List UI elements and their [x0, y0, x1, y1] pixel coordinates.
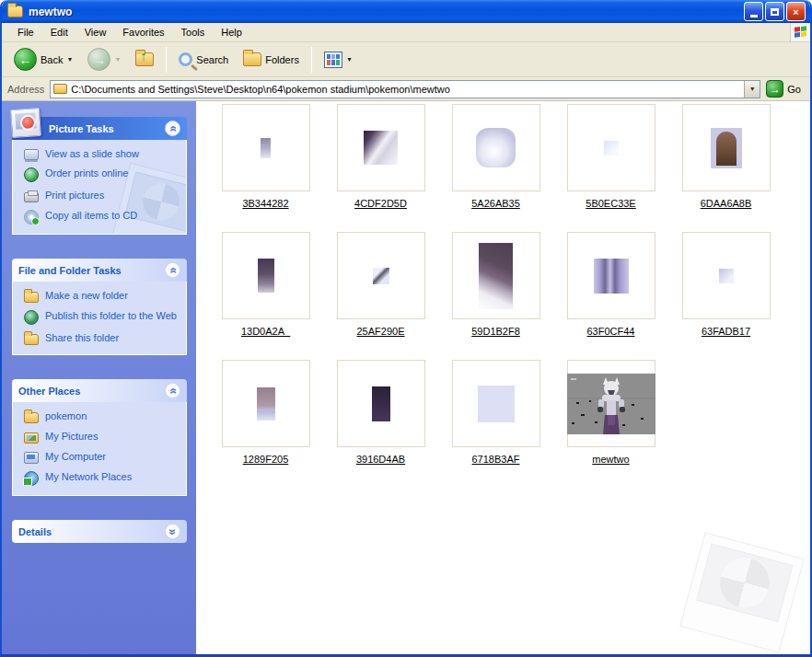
collapse-chevron-icon[interactable]: »: [165, 262, 180, 278]
task-link[interactable]: My Network Places: [24, 471, 182, 486]
thumbnail-image: [604, 141, 619, 156]
titlebar[interactable]: mewtwo ×: [2, 0, 810, 23]
thumbnail-image: [364, 131, 398, 165]
menu-favorites[interactable]: Favorites: [114, 24, 172, 40]
menubar: File Edit View Favorites Tools Help: [2, 23, 810, 42]
panel-title: File and Folder Tasks: [18, 265, 122, 276]
task-link[interactable]: Make a new folder: [24, 290, 182, 303]
forward-icon: →: [87, 48, 110, 71]
thumbnail-image: [479, 243, 513, 309]
window-title: mewtwo: [29, 6, 742, 18]
folder-icon: [53, 84, 67, 94]
minimize-button[interactable]: [744, 2, 763, 21]
file-grid: 3B344282 4CDF2D5D 5A26AB35 5B0EC33E 6DAA…: [196, 101, 810, 488]
toolbar-separator: [311, 47, 312, 73]
thumbnail-frame: [337, 232, 425, 319]
panel-header-file-folder-tasks[interactable]: File and Folder Tasks »: [12, 259, 187, 282]
thumbnail-image: [567, 374, 655, 434]
address-input[interactable]: C:\Documents and Settings\Steve\Desktop\…: [50, 80, 760, 98]
address-dropdown-icon[interactable]: ▼: [744, 81, 760, 98]
file-name: 5A26AB35: [471, 198, 520, 209]
file-item[interactable]: 1289F205: [208, 360, 323, 488]
file-name: 5B0EC33E: [586, 198, 635, 209]
thumbnail-frame: [452, 104, 540, 191]
panel-picture-tasks: Picture Tasks » View as a slide show Ord…: [12, 117, 187, 235]
windows-logo-icon: [790, 23, 810, 41]
file-item[interactable]: 6DAA6A8B: [668, 104, 783, 232]
address-path[interactable]: C:\Documents and Settings\Steve\Desktop\…: [71, 84, 740, 95]
file-item[interactable]: 4CDF2D5D: [323, 104, 438, 232]
task-link[interactable]: My Pictures: [24, 431, 182, 444]
panel-header-other-places[interactable]: Other Places »: [12, 379, 187, 402]
menu-tools[interactable]: Tools: [173, 24, 214, 40]
network-icon: [24, 471, 39, 486]
thumbnail-frame: [222, 232, 310, 319]
close-button[interactable]: ×: [786, 2, 806, 21]
picture-watermark-icon: [679, 532, 805, 652]
up-button[interactable]: ↑: [130, 50, 159, 69]
task-link[interactable]: View as a slide show: [24, 148, 182, 160]
task-link[interactable]: Publish this folder to the Web: [24, 310, 182, 325]
panel-title: Picture Tasks: [49, 123, 114, 134]
menu-help[interactable]: Help: [213, 24, 250, 40]
task-link[interactable]: My Computer: [24, 451, 182, 464]
file-item[interactable]: 59D1B2F8: [438, 232, 553, 360]
search-button[interactable]: Search: [173, 50, 234, 69]
back-button[interactable]: ← Back ▼: [8, 45, 78, 74]
go-button[interactable]: → Go: [766, 80, 806, 98]
go-label: Go: [787, 84, 801, 95]
file-item[interactable]: 3B344282: [208, 104, 323, 232]
thumbnail-frame: [452, 360, 540, 447]
picture-tasks-icon: [10, 108, 41, 138]
file-item[interactable]: 3916D4AB: [323, 360, 438, 488]
menu-file[interactable]: File: [9, 24, 42, 40]
file-item[interactable]: 13D0A2A_: [208, 232, 323, 360]
panel-title: Other Places: [18, 386, 80, 397]
file-item[interactable]: 6718B3AF: [438, 360, 553, 488]
forward-button[interactable]: → ▼: [82, 45, 126, 74]
file-item[interactable]: 25AF290E: [323, 232, 438, 360]
thumbnail-frame: [452, 232, 540, 319]
panel-body: pokemon My Pictures My Computer My Netwo…: [12, 402, 187, 496]
back-icon: ←: [14, 48, 37, 71]
file-item[interactable]: mewtwo: [553, 360, 668, 488]
task-link[interactable]: Print pictures: [24, 190, 182, 202]
thumbnail-frame: [682, 232, 771, 319]
thumbnail-image: [373, 268, 389, 284]
share-folder-icon: [24, 334, 39, 345]
task-link[interactable]: Order prints online: [24, 167, 182, 182]
thumbnail-image: [719, 269, 734, 283]
file-area: 3B344282 4CDF2D5D 5A26AB35 5B0EC33E 6DAA…: [196, 101, 810, 654]
thumbnail-image: [594, 259, 629, 294]
file-item[interactable]: 5A26AB35: [438, 104, 553, 232]
slideshow-icon: [24, 149, 39, 160]
task-link[interactable]: pokemon: [24, 410, 182, 423]
thumbnail-image: [478, 386, 515, 422]
toolbar: ← Back ▼ → ▼ ↑ Search Folders ▼: [2, 42, 810, 77]
file-name: 6DAA6A8B: [701, 198, 752, 209]
maximize-button[interactable]: [765, 2, 784, 21]
file-item[interactable]: 63FADB17: [668, 232, 783, 360]
file-name: 3916D4AB: [356, 454, 405, 465]
panel-header-details[interactable]: Details »: [12, 520, 187, 543]
thumbnail-frame: [567, 104, 655, 191]
task-link[interactable]: Copy all items to CD: [24, 210, 182, 225]
collapse-chevron-icon[interactable]: »: [165, 121, 180, 136]
folders-button[interactable]: Folders: [238, 50, 305, 69]
content: Picture Tasks » View as a slide show Ord…: [2, 101, 810, 654]
menu-view[interactable]: View: [76, 24, 115, 40]
task-link[interactable]: Share this folder: [24, 332, 182, 345]
file-name: 59D1B2F8: [471, 326, 520, 337]
views-dropdown-icon[interactable]: ▼: [346, 56, 353, 63]
explorer-window: mewtwo × File Edit View Favorites Tools …: [0, 0, 812, 657]
expand-chevron-icon[interactable]: »: [165, 524, 180, 539]
thumbnail-frame: [337, 360, 425, 447]
back-dropdown-icon[interactable]: ▼: [66, 56, 73, 63]
file-item[interactable]: 5B0EC33E: [553, 104, 668, 232]
collapse-chevron-icon[interactable]: »: [165, 383, 180, 398]
forward-dropdown-icon: ▼: [114, 56, 121, 63]
views-button[interactable]: ▼: [319, 49, 358, 71]
file-item[interactable]: 63F0CF44: [553, 232, 668, 360]
menu-edit[interactable]: Edit: [42, 24, 76, 40]
folders-label: Folders: [265, 54, 299, 65]
